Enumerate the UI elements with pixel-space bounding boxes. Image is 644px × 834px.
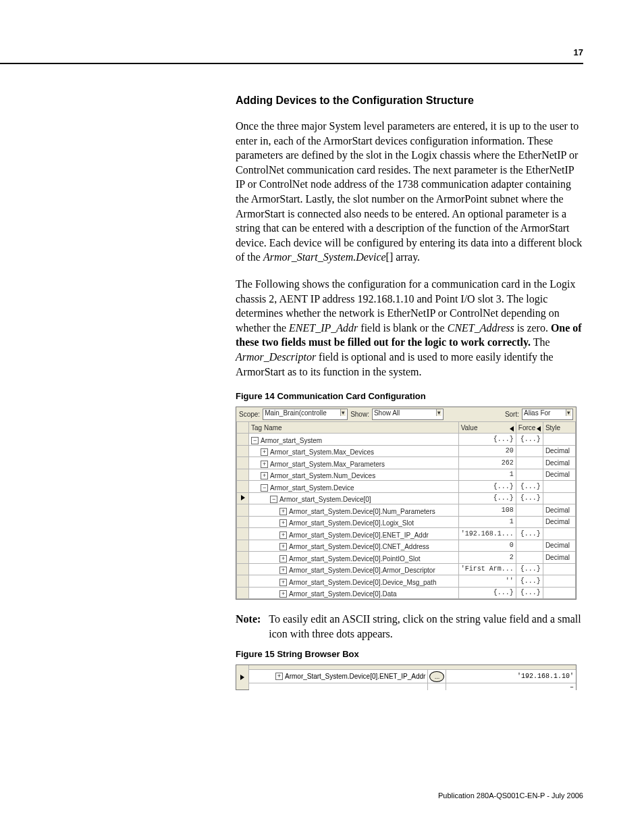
string-tag-name[interactable]: + Armor_Start_System.Device[0].ENET_IP_A… <box>249 670 428 683</box>
style-cell[interactable]: Decimal <box>543 457 575 469</box>
force-cell[interactable] <box>516 552 543 564</box>
expand-icon[interactable]: + <box>279 543 287 550</box>
force-cell[interactable]: {...} <box>516 575 543 588</box>
style-cell[interactable] <box>543 587 575 599</box>
style-cell[interactable]: Decimal <box>543 516 575 528</box>
tag-name-cell[interactable]: +Armor_start_System.Device[0].ENET_IP_Ad… <box>249 528 459 540</box>
tag-name-cell[interactable]: +Armor_start_System.Device[0].PointIO_Sl… <box>249 552 459 564</box>
expand-icon[interactable]: + <box>275 673 283 680</box>
expand-icon[interactable]: + <box>261 461 268 468</box>
tag-name-cell[interactable]: +Armor_start_System.Device[0].Num_Parame… <box>249 504 459 517</box>
table-row[interactable]: +Armor_start_System.Device[0].ENET_IP_Ad… <box>237 528 576 540</box>
tag-name-cell[interactable]: +Armor_start_System.Max_Devices <box>249 445 459 457</box>
expand-icon[interactable]: + <box>279 508 287 515</box>
force-cell[interactable]: {...} <box>516 528 543 540</box>
sort-combobox[interactable]: Alias For <box>522 409 573 420</box>
tag-name-cell[interactable]: +Armor_start_System.Max_Parameters <box>249 457 459 469</box>
expand-icon[interactable]: + <box>261 472 268 479</box>
force-cell[interactable]: {...} <box>516 587 543 599</box>
tag-editor-toolbar: Scope: Main_Brain(controlle Show: Show A… <box>236 407 576 421</box>
value-cell[interactable]: {...} <box>458 481 516 493</box>
expand-icon[interactable]: + <box>261 448 268 456</box>
collapse-icon[interactable]: − <box>270 496 277 503</box>
force-cell[interactable]: {...} <box>516 481 543 493</box>
tag-name-cell[interactable]: +Armor_start_System.Device[0].Data <box>249 587 459 599</box>
ellipsis-button[interactable]: ... <box>429 671 444 682</box>
force-cell[interactable] <box>516 469 543 481</box>
value-cell[interactable]: 2 <box>458 552 516 564</box>
value-cell[interactable]: 262 <box>458 457 516 469</box>
table-row[interactable]: +Armor_start_System.Device[0].Armor_Desc… <box>237 563 576 575</box>
expand-icon[interactable]: + <box>279 519 287 527</box>
table-row[interactable]: −Armor_start_System{...}{...} <box>237 434 576 446</box>
row-selector[interactable] <box>236 665 249 689</box>
table-row[interactable]: +Armor_start_System.Max_Parameters262Dec… <box>237 457 576 469</box>
value-cell[interactable]: {...} <box>458 434 516 446</box>
string-value-cell[interactable]: '192.168.1.10' <box>446 670 576 683</box>
style-cell[interactable] <box>543 575 575 588</box>
force-cell[interactable] <box>516 516 543 528</box>
force-cell[interactable] <box>516 457 543 469</box>
value-cell[interactable]: 1 <box>458 469 516 481</box>
table-row[interactable]: +Armor_start_System.Device[0].Data{...}{… <box>237 587 576 599</box>
force-cell[interactable]: {...} <box>516 492 543 504</box>
style-cell[interactable] <box>543 434 575 446</box>
table-row[interactable]: −Armor_start_System.Device{...}{...} <box>237 481 576 493</box>
table-row[interactable]: +Armor_start_System.Device[0].Num_Parame… <box>237 504 576 517</box>
value-cell[interactable]: 20 <box>458 445 516 457</box>
expand-icon[interactable]: + <box>279 567 287 574</box>
force-cell[interactable] <box>516 540 543 552</box>
style-cell[interactable] <box>543 481 575 493</box>
force-cell[interactable]: {...} <box>516 563 543 575</box>
tag-name-cell[interactable]: +Armor_start_System.Device[0].Device_Msg… <box>249 575 459 588</box>
collapse-icon[interactable]: − <box>251 437 259 444</box>
style-cell[interactable]: Decimal <box>543 445 575 457</box>
style-cell[interactable] <box>543 563 575 575</box>
expand-icon[interactable]: + <box>279 531 287 539</box>
tag-grid[interactable]: Tag Name Value Force Style −Armor_start_… <box>236 421 576 599</box>
style-cell[interactable] <box>543 492 575 504</box>
table-row[interactable]: +Armor_start_System.Device[0].Logix_Slot… <box>237 516 576 528</box>
style-cell[interactable]: Decimal <box>543 469 575 481</box>
show-combobox[interactable]: Show All <box>372 409 444 420</box>
col-style[interactable]: Style <box>543 422 575 434</box>
tag-name-cell[interactable]: −Armor_start_System.Device <box>249 481 459 493</box>
force-cell[interactable] <box>516 445 543 457</box>
style-cell[interactable]: Decimal <box>543 504 575 517</box>
style-cell[interactable]: Decimal <box>543 552 575 564</box>
style-cell[interactable] <box>543 528 575 540</box>
value-cell[interactable]: '' <box>458 575 516 588</box>
tag-name-cell[interactable]: +Armor_start_System.Device[0].Armor_Desc… <box>249 563 459 575</box>
tag-name-cell[interactable]: −Armor_start_System <box>249 434 459 446</box>
value-cell[interactable]: {...} <box>458 492 516 504</box>
table-row[interactable]: −Armor_start_System.Device[0]{...}{...} <box>237 492 576 504</box>
style-cell[interactable]: Decimal <box>543 540 575 552</box>
para2-it2: CNET_Address <box>448 322 514 334</box>
col-tag-name[interactable]: Tag Name <box>249 422 459 434</box>
table-row[interactable]: +Armor_start_System.Max_Devices20Decimal <box>237 445 576 457</box>
value-cell[interactable]: 108 <box>458 504 516 517</box>
collapse-icon[interactable]: − <box>261 484 268 492</box>
value-cell[interactable]: '192.168.1... <box>458 528 516 540</box>
value-cell[interactable]: 'First Arm... <box>458 563 516 575</box>
tag-name-cell[interactable]: +Armor_start_System.Device[0].CNET_Addre… <box>249 540 459 552</box>
table-row[interactable]: +Armor_start_System.Num_Devices1Decimal <box>237 469 576 481</box>
table-row[interactable]: +Armor_start_System.Device[0].Device_Msg… <box>237 575 576 588</box>
scope-combobox[interactable]: Main_Brain(controlle <box>263 409 348 420</box>
tag-name-cell[interactable]: +Armor_start_System.Device[0].Logix_Slot <box>249 516 459 528</box>
tag-name-cell[interactable]: −Armor_start_System.Device[0] <box>249 492 459 504</box>
col-value[interactable]: Value <box>458 422 516 434</box>
force-cell[interactable] <box>516 504 543 517</box>
value-cell[interactable]: {...} <box>458 587 516 599</box>
tag-name-cell[interactable]: +Armor_start_System.Num_Devices <box>249 469 459 481</box>
force-cell[interactable]: {...} <box>516 434 543 446</box>
value-cell[interactable]: 1 <box>458 516 516 528</box>
expand-icon[interactable]: + <box>279 590 287 598</box>
value-cell[interactable]: 0 <box>458 540 516 552</box>
expand-icon[interactable]: + <box>279 555 287 563</box>
col-force[interactable]: Force <box>516 422 543 434</box>
tag-name-label: Armor_start_System.Device[0].Armor_Descr… <box>289 567 435 574</box>
table-row[interactable]: +Armor_start_System.Device[0].CNET_Addre… <box>237 540 576 552</box>
expand-icon[interactable]: + <box>279 579 287 586</box>
table-row[interactable]: +Armor_start_System.Device[0].PointIO_Sl… <box>237 552 576 564</box>
